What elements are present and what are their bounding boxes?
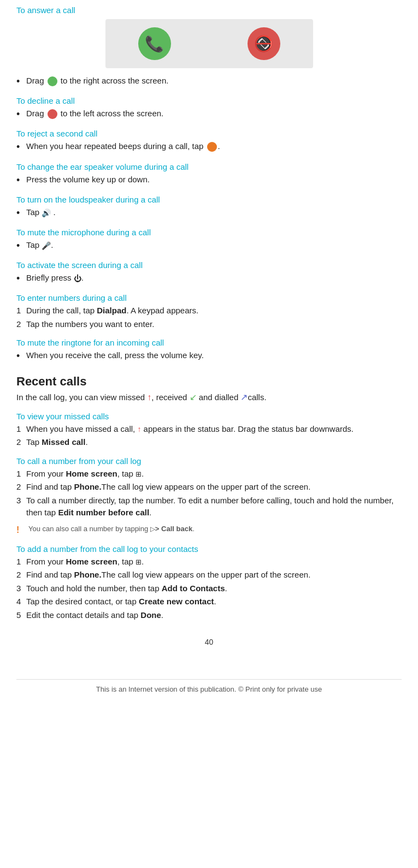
add-contacts-step2: 2 Find and tap Phone.The call log view a… (16, 569, 402, 581)
enter-numbers-step2: 2 Tap the numbers you want to enter. (16, 318, 402, 331)
page-number: 40 (16, 638, 402, 646)
missed-calls-step2: 2 Tap Missed call. (16, 436, 402, 449)
add-contacts-title: To add a number from the call log to you… (16, 544, 402, 554)
recent-calls-heading: Recent calls (16, 374, 402, 389)
recent-calls-description: In the call log, you can view missed ↑, … (16, 391, 402, 404)
call-log-title: To call a number from your call log (16, 456, 402, 466)
note-call-back: ! You can also call a number by tapping … (16, 524, 402, 537)
accept-call-button: 📞 (138, 27, 171, 60)
decline-call-button: 📵 (248, 27, 280, 60)
grid-icon: ⊞ (136, 470, 142, 478)
received-arrow-icon: ↙ (190, 393, 197, 402)
decline-call-title: To decline a call (16, 96, 402, 105)
reject-call-bullet: • When you hear repeated beeps during a … (16, 140, 402, 154)
call-log-step2: 2 Find and tap Phone.The call log view a… (16, 481, 402, 494)
loudspeaker-title: To turn on the loudspeaker during a call (16, 195, 402, 204)
answer-call-title: To answer a call (16, 5, 402, 15)
enter-numbers-step1: 1 During the call, tap Dialpad. A keypad… (16, 305, 402, 317)
ear-speaker-title: To change the ear speaker volume during … (16, 162, 402, 171)
mic-icon: 🎤 (42, 241, 51, 249)
loudspeaker-bullet: • Tap 🔊 . (16, 206, 402, 220)
phone-decline-icon: 📵 (250, 31, 276, 57)
orange-tap-icon (207, 142, 217, 152)
mute-ringtone-bullet: • When you receive the call, press the v… (16, 349, 402, 363)
green-drag-icon (48, 76, 57, 86)
call-log-step3: 3 To call a number directly, tap the num… (16, 495, 402, 519)
ear-speaker-bullet: • Press the volume key up or down. (16, 174, 402, 187)
call-log-step1: 1 From your Home screen, tap ⊞. (16, 468, 402, 480)
enter-numbers-title: To enter numbers during a call (16, 293, 402, 302)
mute-ringtone-title: To mute the ringtone for an incoming cal… (16, 338, 402, 347)
power-icon: ⏻ (74, 274, 81, 283)
add-contacts-step5: 5 Edit the contact details and tap Done. (16, 609, 402, 622)
speaker-icon: 🔊 (42, 208, 51, 217)
grid-icon2: ⊞ (136, 558, 142, 566)
add-contacts-step1: 1 From your Home screen, tap ⊞. (16, 556, 402, 568)
red-drag-icon (48, 109, 57, 119)
add-contacts-step4: 4 Tap the desired contact, or tap Create… (16, 596, 402, 608)
note-exclamation-icon: ! (16, 524, 26, 537)
answer-call-section: To answer a call 📞 📵 • Drag to the right… (16, 5, 402, 364)
mute-mic-title: To mute the microphone during a call (16, 228, 402, 237)
mute-mic-bullet: • Tap 🎤. (16, 239, 402, 253)
recent-calls-section: Recent calls In the call log, you can vi… (16, 374, 402, 622)
dialled-arrow-icon: ↗ (240, 393, 248, 402)
answer-drag-bullet: • Drag to the right across the screen. (16, 75, 402, 88)
decline-drag-bullet: • Drag to the left across the screen. (16, 108, 402, 121)
callback-arrow-icon: ▷ (150, 525, 155, 533)
missed-calls-step1: 1 When you have missed a call, ↑ appears… (16, 423, 402, 436)
footer-text: This is an Internet version of this publ… (16, 679, 402, 693)
missed-calls-title: To view your missed calls (16, 412, 402, 421)
phone-accept-icon: 📞 (145, 35, 164, 53)
call-image: 📞 📵 (16, 19, 402, 68)
activate-screen-bullet: • Briefly press ⏻. (16, 272, 402, 286)
activate-screen-title: To activate the screen during a call (16, 260, 402, 270)
add-contacts-step3: 3 Touch and hold the number, then tap Ad… (16, 582, 402, 595)
reject-call-title: To reject a second call (16, 129, 402, 138)
